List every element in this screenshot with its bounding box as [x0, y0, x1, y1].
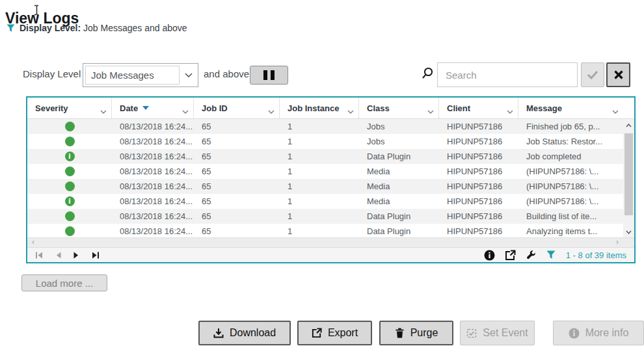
- event-check-icon: [466, 328, 477, 338]
- chevron-down-icon[interactable]: [180, 64, 198, 86]
- display-level-selected-value: Job Messages: [85, 66, 180, 85]
- column-header-severity[interactable]: Severity: [27, 98, 112, 118]
- table-row[interactable]: 08/13/2018 16:24... 65 1 Media HIPUNP571…: [27, 179, 623, 194]
- filter-funnel-icon: [7, 24, 15, 33]
- horizontal-scrollbar[interactable]: ‹ ›: [27, 237, 634, 247]
- export-grid-icon[interactable]: [505, 250, 516, 261]
- pause-icon: [263, 70, 267, 80]
- table-body: 08/13/2018 16:24... 65 1 Jobs HIPUNP5718…: [27, 119, 634, 237]
- info-icon: [569, 328, 580, 339]
- table-row[interactable]: 08/13/2018 16:24... 65 1 Data Plugin HIP…: [27, 149, 623, 164]
- load-more-button[interactable]: Load more ...: [21, 274, 107, 291]
- severity-info-icon: [65, 152, 75, 161]
- column-header-job-instance[interactable]: Job Instance: [280, 98, 359, 118]
- and-above-label: and above: [204, 68, 249, 79]
- scrollbar-thumb[interactable]: [624, 133, 633, 215]
- pause-button[interactable]: [250, 66, 288, 85]
- logs-table: Severity Date Job ID Job Instance Class …: [26, 96, 636, 263]
- purge-button[interactable]: Purge: [379, 321, 453, 345]
- scroll-down-icon[interactable]: [623, 227, 634, 237]
- close-icon: [613, 70, 624, 80]
- sort-descending-icon: [142, 106, 149, 110]
- chevron-down-icon[interactable]: [427, 106, 434, 116]
- scroll-right-icon[interactable]: ›: [616, 237, 619, 246]
- severity-success-icon: [65, 166, 75, 176]
- export-icon: [312, 328, 322, 338]
- table-footer: 1 - 8 of 39 items: [27, 247, 634, 262]
- column-header-client[interactable]: Client: [439, 98, 518, 118]
- trash-icon: [395, 328, 405, 338]
- severity-success-icon: [65, 226, 75, 236]
- scroll-up-icon[interactable]: [623, 120, 634, 131]
- chevron-down-icon[interactable]: [100, 106, 107, 116]
- table-row[interactable]: 08/13/2018 16:24... 65 1 Jobs HIPUNP5718…: [27, 134, 623, 149]
- chevron-down-icon[interactable]: [507, 106, 513, 116]
- more-info-button[interactable]: More info: [553, 321, 644, 345]
- download-icon: [213, 328, 224, 338]
- download-button[interactable]: Download: [198, 321, 291, 345]
- severity-success-icon: [65, 137, 75, 146]
- items-count: 1 - 8 of 39 items: [566, 250, 626, 260]
- severity-success-icon: [65, 181, 75, 191]
- chevron-down-icon[interactable]: [347, 106, 354, 116]
- search-clear-button[interactable]: [606, 62, 630, 87]
- search-input[interactable]: [437, 62, 578, 87]
- info-icon[interactable]: [484, 250, 495, 261]
- table-header-row: Severity Date Job ID Job Instance Class …: [27, 98, 634, 119]
- previous-page-button[interactable]: [55, 251, 62, 260]
- search-confirm-button[interactable]: [581, 62, 604, 87]
- display-level-dropdown[interactable]: Job Messages: [83, 63, 198, 87]
- first-page-button[interactable]: [35, 251, 44, 260]
- vertical-scrollbar[interactable]: [623, 119, 634, 237]
- filter-summary-label: Display Level:: [20, 23, 81, 33]
- severity-success-icon: [65, 122, 75, 131]
- column-header-message[interactable]: Message: [518, 98, 634, 118]
- filter-summary-value: Job Messages and above: [83, 23, 187, 33]
- checkmark-icon: [587, 70, 598, 79]
- chevron-down-icon[interactable]: [182, 106, 189, 116]
- table-row[interactable]: 08/13/2018 16:24... 65 1 Data Plugin HIP…: [27, 224, 623, 237]
- table-row[interactable]: 08/13/2018 16:24... 65 1 Media HIPUNP571…: [27, 164, 623, 179]
- last-page-button[interactable]: [91, 251, 100, 260]
- display-level-label: Display Level: [23, 68, 81, 79]
- column-header-date[interactable]: Date: [112, 98, 194, 118]
- export-button[interactable]: Export: [297, 321, 372, 345]
- table-row[interactable]: 08/13/2018 16:24... 65 1 Jobs HIPUNP5718…: [27, 119, 623, 134]
- filter-funnel-icon[interactable]: [546, 250, 556, 260]
- set-event-button[interactable]: Set Event: [460, 321, 535, 345]
- filter-summary: Display Level: Job Messages and above: [7, 23, 187, 33]
- scroll-left-icon[interactable]: ‹: [32, 237, 34, 246]
- table-row[interactable]: 08/13/2018 16:24... 65 1 Media HIPUNP571…: [27, 194, 623, 209]
- chevron-down-icon[interactable]: [612, 106, 619, 116]
- chevron-down-icon[interactable]: [268, 106, 275, 116]
- column-header-class[interactable]: Class: [359, 98, 439, 118]
- severity-info-icon: [65, 196, 75, 206]
- wrench-icon[interactable]: [526, 250, 537, 261]
- table-row[interactable]: 08/13/2018 16:24... 65 1 Data Plugin HIP…: [27, 209, 623, 224]
- text-cursor-icon: [33, 5, 40, 18]
- next-page-button[interactable]: [73, 251, 80, 260]
- severity-success-icon: [65, 211, 75, 221]
- column-header-job-id[interactable]: Job ID: [194, 98, 280, 118]
- search-icon: [421, 67, 434, 83]
